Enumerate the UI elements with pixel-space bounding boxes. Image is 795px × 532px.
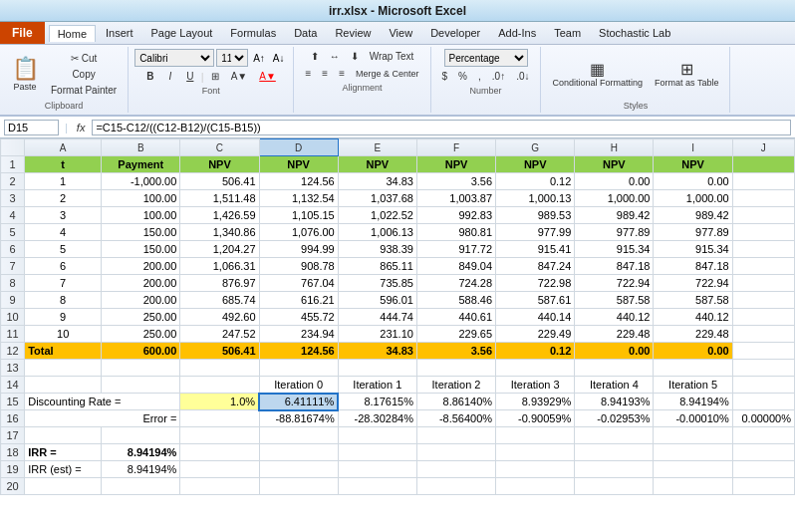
cell-g10[interactable]: 440.14 <box>496 309 575 326</box>
cell-f11[interactable]: 229.65 <box>416 326 495 343</box>
percent-button[interactable]: % <box>453 69 472 84</box>
paste-button[interactable]: 📋 Paste <box>6 53 44 95</box>
cell-f14[interactable]: Iteration 2 <box>416 377 495 394</box>
cell-h20[interactable] <box>575 478 654 495</box>
cell-a10[interactable]: 9 <box>25 309 102 326</box>
cell-a14[interactable] <box>25 377 102 394</box>
menu-data[interactable]: Data <box>286 25 325 41</box>
cell-i18[interactable] <box>654 444 732 461</box>
currency-button[interactable]: $ <box>437 69 453 84</box>
cell-h3[interactable]: 1,000.00 <box>575 190 654 207</box>
conditional-formatting-button[interactable]: ▦ Conditional Formatting <box>547 57 648 92</box>
cell-g5[interactable]: 977.99 <box>496 224 575 241</box>
decrease-font-button[interactable]: A↓ <box>270 52 288 65</box>
cell-d10[interactable]: 455.72 <box>259 309 338 326</box>
menu-formulas[interactable]: Formulas <box>222 25 284 41</box>
cell-i14[interactable]: Iteration 5 <box>654 377 732 394</box>
cell-j15[interactable] <box>732 394 794 410</box>
cell-d9[interactable]: 616.21 <box>259 292 338 309</box>
increase-font-button[interactable]: A↑ <box>250 52 268 65</box>
cell-c2[interactable]: 506.41 <box>180 173 259 190</box>
cell-e17[interactable] <box>338 427 416 444</box>
cell-h7[interactable]: 847.18 <box>575 258 654 275</box>
menu-view[interactable]: View <box>381 25 420 41</box>
cell-j1[interactable] <box>732 156 794 173</box>
cell-e11[interactable]: 231.10 <box>338 326 416 343</box>
cell-a8[interactable]: 7 <box>25 275 102 292</box>
cell-i4[interactable]: 989.42 <box>654 207 732 224</box>
cell-i3[interactable]: 1,000.00 <box>654 190 732 207</box>
cell-a3[interactable]: 2 <box>25 190 102 207</box>
cell-d8[interactable]: 767.04 <box>259 275 338 292</box>
cell-e14[interactable]: Iteration 1 <box>338 377 416 394</box>
cell-e2[interactable]: 34.83 <box>338 173 416 190</box>
cell-i19[interactable] <box>654 461 732 478</box>
align-center-button[interactable]: ≡ <box>317 66 333 81</box>
cell-g19[interactable] <box>496 461 575 478</box>
cell-d12[interactable]: 124.56 <box>259 343 338 360</box>
cell-b18[interactable]: 8.94194% <box>102 444 180 461</box>
col-header-e[interactable]: E <box>338 139 416 156</box>
cell-g18[interactable] <box>496 444 575 461</box>
cell-g14[interactable]: Iteration 3 <box>496 377 575 394</box>
cell-f16[interactable]: -8.56400% <box>416 410 495 427</box>
cell-g17[interactable] <box>496 427 575 444</box>
cell-b19[interactable]: 8.94194% <box>102 461 180 478</box>
col-header-j[interactable]: J <box>732 139 794 156</box>
increase-decimal-button[interactable]: .0↑ <box>487 69 510 84</box>
cell-b3[interactable]: 100.00 <box>102 190 180 207</box>
cell-i8[interactable]: 722.94 <box>654 275 732 292</box>
align-left-button[interactable]: ≡ <box>300 66 316 81</box>
cell-a4[interactable]: 3 <box>25 207 102 224</box>
align-top-button[interactable]: ⬆ <box>306 49 324 64</box>
cell-g6[interactable]: 915.41 <box>496 241 575 258</box>
fill-color-button[interactable]: A▼ <box>226 69 253 84</box>
menu-addins[interactable]: Add-Ins <box>490 25 544 41</box>
col-header-c[interactable]: C <box>180 139 259 156</box>
cell-c7[interactable]: 1,066.31 <box>180 258 259 275</box>
cell-b14[interactable] <box>102 377 180 394</box>
format-as-table-button[interactable]: ⊞ Format as Table <box>650 57 723 92</box>
cell-f17[interactable] <box>416 427 495 444</box>
cell-j5[interactable] <box>732 224 794 241</box>
col-header-g[interactable]: G <box>496 139 575 156</box>
col-header-b[interactable]: B <box>102 139 180 156</box>
copy-button[interactable]: Copy <box>46 67 122 82</box>
cell-f1[interactable]: NPV <box>416 156 495 173</box>
cell-h15[interactable]: 8.94193% <box>575 394 654 410</box>
cell-h11[interactable]: 229.48 <box>575 326 654 343</box>
cell-g11[interactable]: 229.49 <box>496 326 575 343</box>
cell-c13[interactable] <box>180 360 259 377</box>
cell-b12[interactable]: 600.00 <box>102 343 180 360</box>
cell-j17[interactable] <box>732 427 794 444</box>
cell-j16[interactable]: 0.00000% <box>732 410 794 427</box>
cell-h18[interactable] <box>575 444 654 461</box>
cell-i6[interactable]: 915.34 <box>654 241 732 258</box>
italic-button[interactable]: I <box>161 69 179 84</box>
underline-button[interactable]: U <box>181 69 199 84</box>
comma-button[interactable]: , <box>473 69 486 84</box>
cell-d6[interactable]: 994.99 <box>259 241 338 258</box>
cell-a20[interactable] <box>25 478 102 495</box>
cell-e13[interactable] <box>338 360 416 377</box>
cell-c6[interactable]: 1,204.27 <box>180 241 259 258</box>
cell-g8[interactable]: 722.98 <box>496 275 575 292</box>
cell-d7[interactable]: 908.78 <box>259 258 338 275</box>
cell-e10[interactable]: 444.74 <box>338 309 416 326</box>
cell-g1[interactable]: NPV <box>496 156 575 173</box>
cell-j4[interactable] <box>732 207 794 224</box>
cell-f7[interactable]: 849.04 <box>416 258 495 275</box>
cell-d4[interactable]: 1,105.15 <box>259 207 338 224</box>
border-button[interactable]: ⊞ <box>206 69 224 84</box>
font-name-select[interactable]: Calibri <box>134 49 214 67</box>
cell-c4[interactable]: 1,426.59 <box>180 207 259 224</box>
cell-c18[interactable] <box>180 444 259 461</box>
cell-f10[interactable]: 440.61 <box>416 309 495 326</box>
cell-i9[interactable]: 587.58 <box>654 292 732 309</box>
cell-h4[interactable]: 989.42 <box>575 207 654 224</box>
cell-b1[interactable]: Payment <box>102 156 180 173</box>
cell-j13[interactable] <box>732 360 794 377</box>
col-header-f[interactable]: F <box>416 139 495 156</box>
cell-d11[interactable]: 234.94 <box>259 326 338 343</box>
cell-j18[interactable] <box>732 444 794 461</box>
